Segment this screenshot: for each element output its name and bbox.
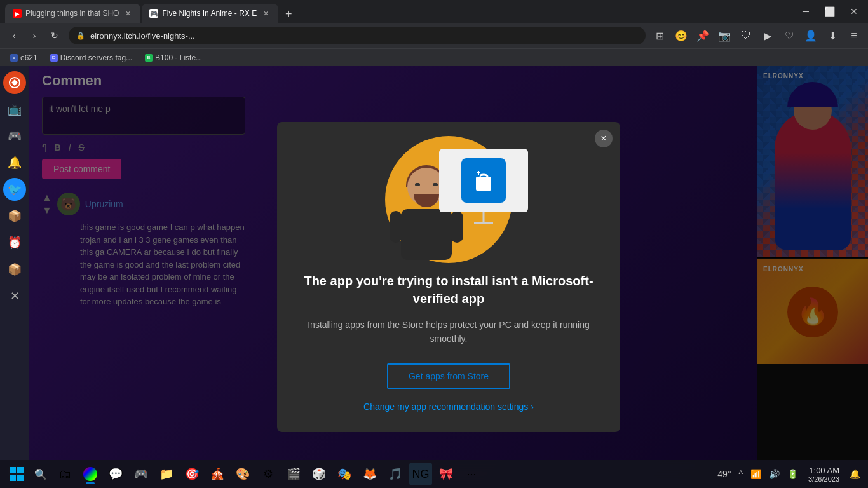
minimize-button[interactable]: ─ [797, 4, 814, 19]
taskbar-apps: 🗂 💬 🎮 📁 🎯 🎪 🎨 ⚙ 🎬 🎲 🎭 🦊 🎵 NG 🎀 ··· [53, 463, 715, 485]
tab-1-favicon: ▶ [13, 9, 22, 18]
address-text: elronnyx.itch.io/five-nights-... [90, 31, 195, 41]
person-beard [414, 194, 439, 207]
download-icon[interactable]: ⬇ [824, 27, 841, 44]
get-apps-button[interactable]: Get apps from Store [387, 363, 510, 389]
pin-icon[interactable]: 📌 [694, 27, 712, 44]
maximize-button[interactable]: ⬜ [819, 4, 840, 19]
taskbar-app-discord[interactable]: 💬 [104, 463, 127, 485]
heart-icon[interactable]: ♡ [780, 27, 798, 44]
bookmark-e621[interactable]: e e621 [5, 52, 43, 64]
play-icon[interactable]: ▶ [759, 27, 776, 44]
sidebar-icon-twitter[interactable]: 🐦 [3, 178, 26, 201]
sidebar-icon-6[interactable]: 📦 [3, 258, 26, 281]
taskbar: 🔍 🗂 💬 🎮 📁 🎯 🎪 🎨 ⚙ 🎬 🎲 🎭 🦊 🎵 NG 🎀 ··· 49°… [0, 460, 868, 488]
taskbar-app-game1[interactable]: 🎮 [130, 463, 153, 485]
extensions-icon[interactable]: ⊞ [651, 27, 668, 44]
screen-base [474, 222, 493, 224]
menu-icon[interactable]: ≡ [845, 27, 863, 44]
window-controls: ─ ⬜ ✕ [797, 4, 863, 19]
screen-stand [483, 212, 485, 222]
app-active-indicator [86, 482, 95, 484]
change-settings-text: Change my app recommendation settings [363, 402, 528, 412]
user-icon[interactable]: 👤 [802, 27, 820, 44]
taskbar-app-app1[interactable]: 🎯 [180, 463, 203, 485]
taskbar-app-filemgr[interactable]: 🗂 [53, 463, 76, 485]
tab-1-close[interactable]: ✕ [123, 8, 133, 18]
modal-overlay: × [29, 66, 868, 488]
svg-rect-5 [10, 475, 16, 481]
battery-icon[interactable]: 🔋 [785, 466, 801, 482]
shield-icon[interactable]: 🛡 [737, 27, 755, 44]
bookmark-b100-favicon: B [145, 54, 153, 62]
taskbar-clock[interactable]: 1:00 AM 3/26/2023 [803, 466, 844, 483]
network-icon[interactable]: 📶 [748, 466, 764, 482]
browser-tab-2[interactable]: 🎮 Five Nights In Anime - RX E ✕ [142, 4, 278, 23]
bookmark-b100-label: B100 - Liste... [155, 53, 202, 62]
sidebar-icon-1[interactable]: 📺 [3, 98, 26, 121]
bookmark-discord-label: Discord servers tag... [60, 53, 132, 62]
tab-2-title: Five Nights In Anime - RX E [162, 9, 257, 18]
lock-icon: 🔒 [76, 32, 85, 40]
change-settings-arrow: › [531, 402, 534, 412]
sidebar-icon-5[interactable]: ⏰ [3, 231, 26, 254]
taskbar-app-app11[interactable]: 🎀 [435, 463, 458, 485]
taskbar-app-app4[interactable]: ⚙ [257, 463, 280, 485]
bag-svg [471, 168, 496, 193]
new-tab-button[interactable]: + [280, 5, 297, 23]
title-bar: ▶ Plugging things in that SHO ✕ 🎮 Five N… [0, 0, 868, 23]
nav-bar: ‹ › ↻ 🔒 elronnyx.itch.io/five-nights-...… [0, 23, 868, 48]
taskbar-search[interactable]: 🔍 [31, 464, 51, 484]
taskbar-app-app6[interactable]: 🎲 [308, 463, 330, 485]
taskbar-app-app3[interactable]: 🎨 [231, 463, 254, 485]
taskbar-app-more[interactable]: ··· [460, 463, 483, 485]
sidebar-icon-2[interactable]: 🎮 [3, 125, 26, 147]
sidebar-icon-x[interactable]: ✕ [3, 285, 26, 308]
notification-icon[interactable]: 🔔 [847, 466, 863, 482]
browser-chrome: ▶ Plugging things in that SHO ✕ 🎮 Five N… [0, 0, 868, 66]
windows-logo [9, 466, 24, 482]
nav-extras: ⊞ 😊 📌 📷 🛡 ▶ ♡ 👤 ⬇ ≡ [651, 27, 863, 44]
tab-2-close[interactable]: ✕ [261, 8, 271, 18]
temp-display: 49° [715, 466, 733, 482]
forward-button[interactable]: › [25, 27, 43, 44]
right-eye [433, 183, 438, 186]
sidebar-icon-3[interactable]: 🔔 [3, 151, 26, 174]
speaker-icon[interactable]: 🔊 [766, 466, 782, 482]
browser-icon [83, 467, 97, 481]
right-arm [451, 211, 463, 243]
modal-illustration [376, 142, 522, 257]
camera-icon[interactable]: 📷 [715, 27, 733, 44]
nav-arrows: ‹ › ↻ [5, 27, 64, 44]
start-button[interactable] [5, 463, 28, 485]
taskbar-app-app2[interactable]: 🎪 [206, 463, 229, 485]
change-settings-link[interactable]: Change my app recommendation settings › [363, 402, 534, 412]
browser-tab-1[interactable]: ▶ Plugging things in that SHO ✕ [5, 4, 140, 23]
address-bar[interactable]: 🔒 elronnyx.itch.io/five-nights-... [69, 27, 646, 44]
close-button[interactable]: ✕ [845, 4, 863, 19]
profile-icon[interactable]: 😊 [672, 27, 690, 44]
taskbar-app-app9[interactable]: 🎵 [384, 463, 407, 485]
modal-dialog: × [277, 122, 620, 433]
illus-screen [439, 149, 528, 212]
sidebar-icon-logo[interactable] [3, 71, 26, 94]
taskbar-app-app10[interactable]: NG [409, 463, 432, 485]
modal-description: Installing apps from the Store helps pro… [302, 318, 595, 346]
chevron-up-icon[interactable]: ^ [736, 466, 745, 482]
taskbar-app-app5[interactable]: 🎬 [282, 463, 305, 485]
bookmark-e621-label: e621 [20, 53, 37, 62]
taskbar-app-app7[interactable]: 🎭 [333, 463, 356, 485]
sidebar-icon-4[interactable]: 📦 [3, 205, 26, 227]
left-eye [415, 183, 420, 186]
bookmark-b100[interactable]: B B100 - Liste... [140, 52, 207, 64]
left-arm [390, 211, 402, 243]
taskbar-app-browser[interactable] [79, 463, 102, 485]
svg-rect-6 [17, 475, 24, 481]
bookmark-discord[interactable]: D Discord servers tag... [45, 52, 137, 64]
bookmark-discord-favicon: D [50, 54, 58, 62]
taskbar-app-folders[interactable]: 📁 [155, 463, 178, 485]
taskbar-app-app8[interactable]: 🦊 [358, 463, 381, 485]
modal-close-button[interactable]: × [595, 130, 613, 147]
back-button[interactable]: ‹ [5, 27, 23, 44]
refresh-button[interactable]: ↻ [46, 27, 64, 44]
